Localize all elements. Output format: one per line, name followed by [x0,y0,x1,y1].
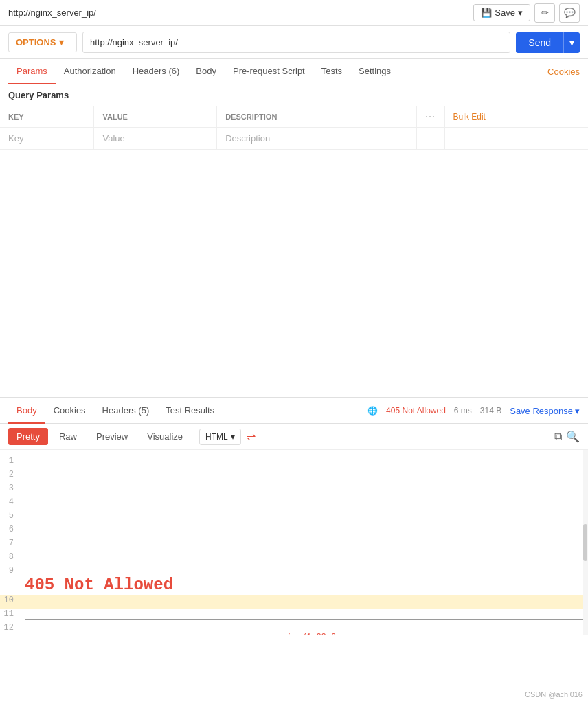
view-tab-pretty[interactable]: Pretty [8,428,48,445]
code-line: 9 405 Not Allowed [0,565,588,595]
format-chevron: ▾ [231,432,235,442]
line-content [25,595,588,605]
table-row: Key Value Description [0,128,588,150]
save-icon: 💾 [481,8,492,18]
tab-authorization[interactable]: Authorization [56,59,124,84]
res-tab-body[interactable]: Body [8,398,45,424]
code-line: 10 [0,595,588,609]
comment-button[interactable]: 💬 [559,3,580,23]
code-line: 2 [0,469,588,483]
cookies-link[interactable]: Cookies [547,60,580,84]
save-response-button[interactable]: Save Response ▾ [510,406,580,416]
description-cell[interactable]: Description [217,128,417,150]
code-line: 3 [0,483,588,497]
comment-icon: 💬 [564,8,576,18]
window-title: http://nginx_server_ip/ [8,8,96,18]
request-tabs: Params Authorization Headers (6) Body Pr… [0,59,588,84]
view-tab-visualize[interactable]: Visualize [139,428,191,445]
description-label: DESCRIPTION [225,113,277,121]
format-select[interactable]: HTML ▾ [199,429,241,445]
scrollbar-thumb[interactable] [583,524,587,561]
code-line: 4 </span>405 Not Allowed<span class="tag… [0,497,588,510]
tab-pre-request-script[interactable]: Pre-request Script [225,59,313,84]
code-wrapper: 1234 </span>405 Not Allowed<span class="… [0,450,588,635]
res-tab-headers[interactable]: Headers (5) [94,398,158,424]
dots-cell [417,128,444,150]
code-line: 12 nginx/1.22.0 [0,622,588,635]
copy-button[interactable]: ⧉ [554,430,562,443]
edit-icon: ✏ [541,8,549,18]
query-params-label: Query Params [0,84,588,106]
line-number: 8 [0,552,25,562]
line-number: 5 [0,511,25,521]
col-key: KEY [0,106,94,128]
line-content: </span>405 Not Allowed<span class="tag"> [25,497,588,507]
wrap-icon[interactable]: ⇌ [247,430,256,443]
save-response-label: Save Response [510,406,573,416]
key-cell[interactable]: Key [0,128,94,150]
send-label: Send [516,32,563,53]
code-line: 7 [0,538,588,552]
bulk-edit-button[interactable]: Bulk Edit [453,112,486,122]
top-bar: http://nginx_server_ip/ 💾 Save ▾ ✏ 💬 [0,0,588,26]
scrollbar[interactable] [583,450,588,635]
save-dropdown-icon: ▾ [518,8,523,18]
top-bar-actions: 💾 Save ▾ ✏ 💬 [473,3,580,23]
tab-headers[interactable]: Headers (6) [124,59,188,84]
line-content [25,609,588,620]
col-dots: ··· [417,106,444,128]
line-content [25,552,588,562]
method-select[interactable]: OPTIONS ▾ [8,32,77,52]
bulk-cell [444,128,588,150]
view-tab-raw[interactable]: Raw [51,428,85,445]
code-line: 8 [0,552,588,565]
view-tabs: Pretty Raw Preview Visualize HTML ▾ ⇌ ⧉ … [0,424,588,450]
save-label: Save [495,8,515,18]
res-tab-cookies[interactable]: Cookies [45,398,94,424]
tab-tests[interactable]: Tests [313,59,350,84]
tab-params[interactable]: Params [8,59,56,84]
line-number: 4 [0,497,25,507]
params-table: KEY VALUE DESCRIPTION ··· Bulk Edit Key … [0,106,588,150]
code-line: 5 [0,510,588,524]
view-tab-preview[interactable]: Preview [88,428,136,445]
app-container: http://nginx_server_ip/ 💾 Save ▾ ✏ 💬 OPT… [0,0,588,704]
status-badge: 405 Not Allowed [386,406,446,416]
format-label: HTML [205,432,228,442]
tab-body[interactable]: Body [188,59,225,84]
value-cell[interactable]: Value [94,128,217,150]
line-number: 1 [0,456,25,466]
method-label: OPTIONS [16,37,56,47]
edit-button[interactable]: ✏ [534,3,555,23]
line-number: 2 [0,470,25,479]
line-content: 405 Not Allowed [25,566,588,594]
url-bar: OPTIONS ▾ Send ▾ [0,26,588,59]
send-button[interactable]: Send ▾ [516,32,580,53]
col-value: VALUE [94,106,217,128]
save-button[interactable]: 💾 Save ▾ [473,4,530,21]
response-section: Body Cookies Headers (5) Test Results 🌐 … [0,397,588,635]
code-line: 6 [0,524,588,538]
line-number: 7 [0,538,25,548]
tab-settings[interactable]: Settings [350,59,399,84]
line-content: nginx/1.22.0 [25,623,588,635]
col-bulk-edit[interactable]: Bulk Edit [444,106,588,128]
url-input[interactable] [82,32,510,53]
watermark: CSDN @achi016 [525,690,583,699]
res-tab-test-results[interactable]: Test Results [157,398,223,424]
request-body-area [0,150,588,397]
code-area[interactable]: 1234 </span>405 Not Allowed<span class="… [0,450,588,635]
response-tabs: Body Cookies Headers (5) Test Results 🌐 … [0,398,588,424]
line-number: 10 [0,595,25,605]
line-number: 3 [0,484,25,493]
save-response-chevron: ▾ [575,406,580,416]
line-number: 6 [0,525,25,534]
line-number: 9 [0,566,25,576]
col-description: DESCRIPTION [217,106,417,128]
send-dropdown-icon[interactable]: ▾ [563,32,580,53]
method-dropdown-icon: ▾ [59,37,64,47]
line-number: 11 [0,609,25,619]
code-line: 1 [0,455,588,469]
search-button[interactable]: 🔍 [566,430,580,443]
response-size: 314 B [480,406,501,416]
